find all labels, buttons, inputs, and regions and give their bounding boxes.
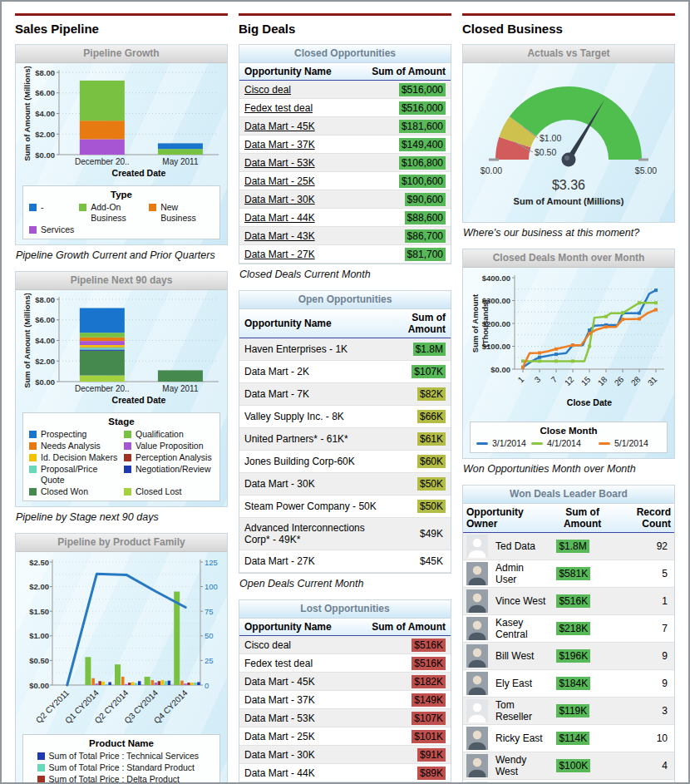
svg-text:100: 100 <box>205 582 218 591</box>
amount-value: $66K <box>417 410 446 423</box>
owner-cell: Kasey Central <box>463 615 550 643</box>
opportunity-name-cell: Data Mart - 37K <box>239 691 352 709</box>
opportunity-name-cell: Data Mart - 30K <box>239 473 397 496</box>
table-row: Data Mart - 25K$101K <box>239 727 451 746</box>
opportunity-name-cell: Data Mart - 43K <box>239 227 352 245</box>
amount-cell: $107K <box>397 361 451 383</box>
amount-value: $81,700 <box>405 248 446 261</box>
lost-opportunities-table: Lost Opportunities Opportunity Name Sum … <box>239 599 451 784</box>
amount-cell: $100K <box>550 752 614 780</box>
amount-cell: $61K <box>397 428 451 451</box>
table-row: Data Mart - 30K$90,600 <box>239 190 451 209</box>
opportunity-name-cell: Jones Building Corp-60K <box>239 451 397 473</box>
amount-cell: $218K <box>550 615 614 643</box>
closed-opportunities-title: Closed Opportunities <box>239 45 451 63</box>
amount-cell: $516,000 <box>352 81 451 99</box>
avatar-icon <box>466 644 488 668</box>
record-count-cell: 5 <box>615 560 674 588</box>
opportunity-link[interactable]: Data Mart - 45K <box>244 121 315 132</box>
avatar <box>466 672 488 695</box>
svg-text:1: 1 <box>516 374 526 384</box>
opportunity-name-cell: Data Mart - 27K <box>239 245 352 264</box>
opportunity-link[interactable]: Fedex test deal <box>244 102 313 114</box>
opportunity-link[interactable]: Data Mart - 25K <box>244 175 315 187</box>
owner-name: Wendy West <box>495 754 546 777</box>
column-header-sum-of-amount: Sum of Amount <box>352 619 451 636</box>
owner-name: Ricky East <box>495 732 543 744</box>
amount-cell: $196K <box>550 643 614 670</box>
opportunity-name-cell: Fedex test deal <box>239 654 352 673</box>
pipeline-growth-chart[interactable]: $0.00$2.00$4.00$6.00$8.00Sum of Amount (… <box>16 63 227 244</box>
actuals-vs-target-gauge[interactable]: $0.50$1.00$0.00$5.00$3.36 Sum of Amount … <box>463 63 674 222</box>
opportunity-name-cell: Data Mart - 37K <box>239 136 352 154</box>
amount-value: $516,000 <box>399 83 446 96</box>
won-deals-leaderboard-table: Won Deals Leader Board Opportunity Owner… <box>462 485 675 784</box>
opportunity-name-cell: Advanced Interconnections Corp* - 49K* <box>239 518 397 550</box>
opportunity-link[interactable]: Cisco deal <box>244 84 291 96</box>
legend-color-swatch <box>37 764 45 772</box>
amount-cell: $119K <box>550 698 614 725</box>
opportunity-link[interactable]: Data Mart - 37K <box>244 139 315 150</box>
gauge-caption: Where's our business at this moment? <box>463 227 674 239</box>
amount-cell: $114K <box>550 725 614 752</box>
leaderboard-row: Admin User$581K5 <box>463 560 674 588</box>
opportunity-link[interactable]: Data Mart - 30K <box>244 194 315 205</box>
closed-deals-mom-chart[interactable]: $0.00$100.00$200.00$300.00$400.001371215… <box>463 268 674 458</box>
amount-value: $49K <box>417 527 446 540</box>
opportunity-name-cell: Valley Supply Inc. - 8K <box>239 406 397 428</box>
record-count-cell: 7 <box>615 615 674 643</box>
column-title-sales-pipeline: Sales Pipeline <box>15 22 228 36</box>
opportunity-link[interactable]: Data Mart - 27K <box>244 249 315 260</box>
legend-item: 5/1/2014 <box>599 438 661 449</box>
table-row: Data Mart - 7K$82K <box>239 383 451 406</box>
pipeline-growth-caption: Pipeline Growth Current and Prior Quarte… <box>16 249 227 261</box>
opportunity-link[interactable]: Data Mart - 44K <box>244 212 315 224</box>
amount-cell: $66K <box>397 406 451 428</box>
table-row: Haven Enterprises - 1K$1.8M <box>239 338 451 361</box>
actuals-vs-target-tile: Actuals vs Target $0.50$1.00$0.00$5.00$3… <box>462 44 675 223</box>
column-header-sum-of-amount: Sum of Amount <box>397 309 451 338</box>
pipeline-next90-caption: Pipeline by Stage next 90 days <box>16 511 227 523</box>
owner-name: Bill West <box>495 650 534 662</box>
record-count-cell: 1 <box>615 780 674 784</box>
legend-item: - <box>29 202 74 224</box>
opportunity-link[interactable]: Data Mart - 53K <box>244 157 315 169</box>
leaderboard-row: Ted Data$1.8M92 <box>463 533 674 560</box>
amount-cell: $181,600 <box>352 117 451 136</box>
opportunity-name-cell: Data Mart - 7K <box>239 383 397 406</box>
table-row: Data Mart - 53K$106,800 <box>239 154 451 172</box>
amount-cell: $45K <box>550 780 614 784</box>
table-row: Cisco deal$516,000 <box>239 81 451 99</box>
amount-cell: $149K <box>352 691 451 709</box>
legend-color-swatch <box>149 204 156 211</box>
legend-item: Sum of Total Price : Delta Product <box>37 774 206 784</box>
pipeline-growth-title: Pipeline Growth <box>16 45 227 63</box>
leaderboard-row: Bill West$196K9 <box>463 643 674 670</box>
legend-label: Closed Lost <box>136 486 181 497</box>
legend-label: New Business <box>160 202 214 224</box>
avatar-icon <box>466 562 488 585</box>
avatar <box>466 589 488 613</box>
amount-cell: $581K <box>550 560 614 588</box>
leaderboard-row: Jamie Preston$45K1 <box>463 780 674 784</box>
amount-cell: $1.8M <box>550 533 614 560</box>
pipeline-next90-chart[interactable]: $0.00$2.00$4.00$6.00$8.00Sum of Amount (… <box>16 290 227 506</box>
amount-value: $106,800 <box>399 156 446 170</box>
amount-cell: $516K <box>550 588 614 615</box>
table-row: Cisco deal$516K <box>239 636 451 654</box>
opportunity-link[interactable]: Data Mart - 43K <box>244 230 315 242</box>
amount-value: $50K <box>417 500 446 513</box>
svg-text:26: 26 <box>613 374 626 387</box>
opportunity-name-cell: Data Mart - 53K <box>239 709 352 727</box>
amount-cell: $516K <box>352 654 451 673</box>
column-header-opportunity-name: Opportunity Name <box>239 63 352 81</box>
legend-item: Closed Won <box>29 486 119 497</box>
table-row: Data Mart - 37K$149K <box>239 691 451 709</box>
svg-text:Created Date: Created Date <box>112 395 166 405</box>
product-family-chart[interactable]: $0.00$0.50$1.00$1.50$2.00$2.500255075100… <box>16 552 227 784</box>
column-header-opportunity-owner: Opportunity Owner <box>463 504 550 533</box>
pipeline-growth-legend: Type -Add-On BusinessNew BusinessService… <box>22 185 220 239</box>
svg-text:$1.00: $1.00 <box>540 133 561 143</box>
legend-color-swatch <box>124 454 131 461</box>
owner-cell: Vince West <box>463 588 550 615</box>
